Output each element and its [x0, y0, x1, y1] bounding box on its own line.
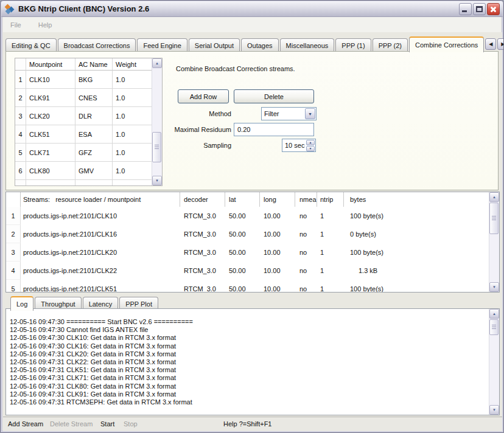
sampling-value: 10 sec: [282, 142, 306, 149]
combine-corrections-panel: Mountpoint AC Name Weight 1 CLK10 BKG 1.…: [5, 51, 499, 190]
table-row[interactable]: 2 CLK91 CNES 1.0: [15, 89, 152, 107]
scroll-down-button[interactable]: ▼: [489, 405, 499, 415]
tab-serial-output[interactable]: Serial Output: [189, 38, 240, 52]
log-line: 12-05-16 09:47:30 Cannot find IGS ANTEX …: [10, 326, 485, 334]
table-row[interactable]: 1 CLK10 BKG 1.0: [15, 71, 152, 89]
menubar: File Help: [3, 17, 501, 32]
stream-row[interactable]: 1 products.igs-ip.net:2101/CLK10 RTCM_3.…: [6, 207, 489, 225]
log-panel[interactable]: 12-05-16 09:47:30 ========== Start BNC v…: [5, 308, 500, 415]
help-shortcut-label: Help ?=Shift+F1: [223, 420, 272, 428]
table-row-empty[interactable]: [15, 180, 152, 185]
arrow-up-icon: ▲: [155, 61, 159, 65]
log-text: 12-05-16 09:47:30 ========== Start BNC v…: [6, 309, 489, 415]
col-header-streams[interactable]: Streams: resource loader / mountpoint: [21, 192, 180, 207]
top-tab-bar: Editing & QC Broadcast Corrections Feed …: [5, 35, 500, 52]
log-line: 12-05-16 09:47:31 CLK91: Get data in RTC…: [10, 390, 485, 398]
col-header-bytes[interactable]: bytes: [344, 192, 489, 207]
tab-outages[interactable]: Outages: [241, 38, 279, 52]
combo-dropdown-button[interactable]: ▼: [305, 108, 315, 119]
maximize-button[interactable]: [473, 3, 486, 15]
col-header-nmea[interactable]: nmea: [295, 192, 317, 207]
spin-down-icon: ▼: [309, 147, 312, 150]
sampling-spinner[interactable]: 10 sec ▲ ▼: [282, 139, 316, 152]
maximal-residuum-label: Maximal Residuum: [6, 126, 231, 133]
maximize-icon: [476, 6, 483, 12]
spin-up-button[interactable]: ▲: [306, 140, 315, 145]
menu-file[interactable]: File: [9, 20, 23, 30]
streams-table[interactable]: Streams: resource loader / mountpoint de…: [5, 192, 500, 293]
arrow-down-icon: ▼: [155, 179, 159, 182]
add-row-button[interactable]: Add Row: [178, 89, 229, 103]
close-button[interactable]: [487, 3, 500, 15]
tab-editing-qc[interactable]: Editing & QC: [5, 38, 57, 52]
scroll-up-button[interactable]: ▲: [489, 192, 499, 202]
main-area: Editing & QC Broadcast Corrections Feed …: [3, 32, 502, 431]
delete-button[interactable]: Delete: [234, 89, 314, 103]
scroll-up-button[interactable]: ▲: [152, 58, 162, 68]
streams-header-row: Streams: resource loader / mountpoint de…: [6, 192, 489, 207]
spin-down-button[interactable]: ▼: [306, 146, 315, 151]
tab-combine-corrections[interactable]: Combine Corrections: [409, 36, 484, 52]
window-title: BKG Ntrip Client (BNC) Version 2.6: [18, 4, 459, 13]
log-line: 12-05-16 09:47:30 CLK16: Get data in RTC…: [10, 342, 485, 350]
log-line: 12-05-16 09:47:30 ========== Start BNC v…: [10, 318, 485, 326]
tab-ppp-1[interactable]: PPP (1): [335, 38, 371, 52]
col-header-lat[interactable]: lat: [225, 192, 260, 207]
table-row[interactable]: 6 CLK80 GMV 1.0: [15, 162, 152, 180]
start-button[interactable]: Start: [100, 420, 114, 428]
tab-feed-engine[interactable]: Feed Engine: [137, 38, 187, 52]
scrollbar-thumb[interactable]: [489, 203, 499, 234]
titlebar[interactable]: BKG Ntrip Client (BNC) Version 2.6: [1, 1, 503, 17]
add-stream-button[interactable]: Add Stream: [8, 420, 43, 428]
tab-ppp-2[interactable]: PPP (2): [373, 38, 408, 52]
table-header-row: Mountpoint AC Name Weight: [15, 58, 152, 71]
tab-log[interactable]: Log: [10, 296, 33, 311]
combine-description: Combine Broadcast Correction streams.: [176, 65, 295, 72]
arrow-down-icon: ▼: [492, 408, 496, 412]
tab-broadcast-corrections[interactable]: Broadcast Corrections: [58, 38, 136, 52]
arrow-left-icon: ◀: [489, 41, 492, 47]
tab-miscellaneous[interactable]: Miscellaneous: [280, 38, 335, 52]
tab-scroll-left-button[interactable]: ◀: [485, 38, 496, 50]
stop-button[interactable]: Stop: [124, 420, 138, 428]
bnc-window: BKG Ntrip Client (BNC) Version 2.6 File …: [0, 0, 504, 433]
col-header-ntrip[interactable]: ntrip: [317, 192, 344, 207]
scroll-up-button[interactable]: ▲: [489, 309, 499, 319]
combine-mountpoints-table[interactable]: Mountpoint AC Name Weight 1 CLK10 BKG 1.…: [15, 58, 163, 186]
minimize-icon: [462, 10, 467, 12]
scrollbar-track[interactable]: [152, 68, 162, 176]
weights-table-scrollbar[interactable]: ▲ ▼: [152, 58, 162, 185]
sampling-label: Sampling: [6, 142, 231, 149]
minimize-button[interactable]: [459, 3, 472, 15]
col-header-ac-name[interactable]: AC Name: [75, 58, 113, 71]
arrow-up-icon: ▲: [492, 312, 496, 316]
col-header-decoder[interactable]: decoder: [180, 192, 225, 207]
scroll-down-button[interactable]: ▼: [152, 176, 162, 185]
scroll-down-button[interactable]: ▼: [489, 282, 499, 292]
log-line: 12-05-16 09:47:31 CLK20: Get data in RTC…: [10, 350, 485, 358]
stream-row[interactable]: 4 products.igs-ip.net:2101/CLK22 RTCM_3.…: [6, 262, 489, 280]
log-scrollbar[interactable]: ▲ ▼: [489, 309, 499, 415]
col-header-long[interactable]: long: [260, 192, 295, 207]
tab-scroll-right-button[interactable]: ▶: [497, 38, 504, 50]
stream-row[interactable]: 5 products.igs-ip.net:2101/CLK51 RTCM_3.…: [6, 280, 489, 292]
thumb-grip-icon: [492, 325, 496, 330]
log-line: 12-05-16 09:47:31 CLK22: Get data in RTC…: [10, 358, 485, 366]
col-header-weight[interactable]: Weight: [113, 58, 152, 71]
menu-help[interactable]: Help: [37, 20, 54, 30]
method-combobox[interactable]: Filter ▼: [261, 107, 317, 120]
scrollbar-track[interactable]: [489, 202, 499, 282]
log-line: 12-05-16 09:47:31 CLK80: Get data in RTC…: [10, 383, 485, 390]
stream-row[interactable]: 2 products.igs-ip.net:2101/CLK16 RTCM_3.…: [6, 225, 489, 243]
arrow-right-icon: ▶: [501, 41, 504, 47]
log-line: 12-05-16 09:47:31 CLK51: Get data in RTC…: [10, 366, 485, 374]
delete-stream-button[interactable]: Delete Stream: [50, 420, 93, 428]
scrollbar-track[interactable]: [489, 319, 499, 405]
scrollbar-thumb[interactable]: [489, 319, 499, 335]
col-header-mountpoint[interactable]: Mountpoint: [26, 58, 75, 71]
action-bar: Add Stream Delete Stream Start Stop Help…: [3, 417, 502, 431]
arrow-down-icon: ▼: [492, 285, 496, 289]
stream-row[interactable]: 3 products.igs-ip.net:2101/CLK20 RTCM_3.…: [6, 243, 489, 262]
streams-scrollbar[interactable]: ▲ ▼: [489, 192, 499, 292]
maximal-residuum-field[interactable]: 0.20: [234, 123, 314, 136]
